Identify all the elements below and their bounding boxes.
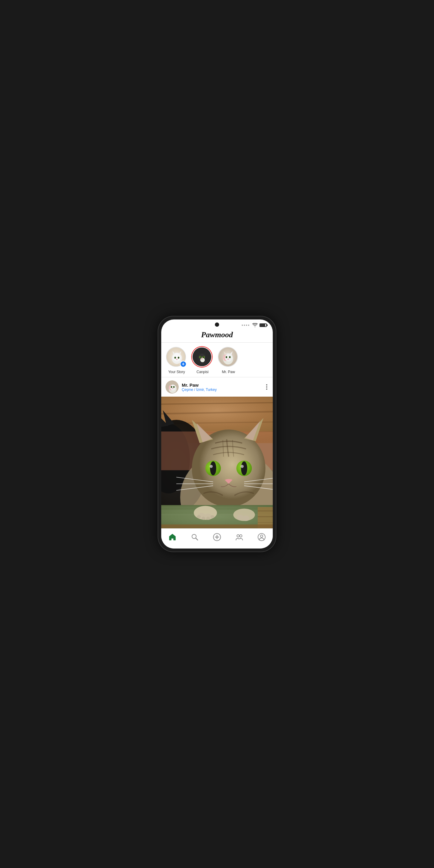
nav-profile[interactable]	[254, 532, 270, 542]
svg-point-84	[243, 516, 250, 521]
story-item-your-story[interactable]: + Your Story	[166, 347, 187, 374]
nav-friends[interactable]	[231, 532, 247, 542]
nav-home[interactable]	[164, 532, 180, 542]
post-location: Çeşme / İzmir, Turkey	[182, 388, 262, 392]
svg-point-9	[176, 359, 178, 360]
svg-point-6	[175, 357, 176, 359]
svg-point-80	[206, 517, 210, 520]
svg-rect-89	[161, 524, 273, 528]
svg-point-20	[201, 358, 203, 360]
phone-screen: Pawmood	[161, 319, 273, 549]
svg-point-13	[200, 358, 205, 362]
post-username: Mr. Paw	[182, 382, 262, 388]
story-item-mr-paw[interactable]: Mr. Paw	[218, 347, 239, 374]
signal-dots	[242, 324, 249, 326]
story-item-canpisi[interactable]: Canpisi	[192, 347, 213, 374]
post-image	[161, 397, 273, 528]
svg-point-8	[178, 357, 179, 359]
nav-add[interactable]	[209, 532, 225, 542]
add-story-badge[interactable]: +	[180, 361, 187, 367]
svg-point-2	[173, 353, 181, 362]
svg-point-37	[171, 386, 172, 388]
friends-icon	[235, 533, 244, 541]
svg-point-63	[241, 465, 244, 468]
stories-row: + Your Story	[161, 343, 273, 377]
story-avatar-wrap-your-story: +	[166, 347, 187, 368]
svg-point-96	[240, 535, 242, 537]
canpisi-cat-image	[193, 347, 211, 366]
home-icon	[168, 533, 177, 541]
story-label-canpisi: Canpisi	[196, 370, 209, 374]
add-icon	[213, 533, 221, 541]
svg-point-19	[203, 356, 204, 358]
story-label-your-story: Your Story	[168, 370, 185, 374]
svg-point-62	[241, 461, 247, 475]
post-avatar	[165, 380, 179, 394]
svg-point-83	[237, 515, 244, 520]
story-avatar-canpisi	[192, 347, 212, 367]
app-header: Pawmood	[161, 329, 273, 343]
story-avatar-wrap-canpisi	[192, 347, 213, 368]
svg-point-98	[260, 535, 263, 537]
mrpaw-cat-image	[218, 347, 237, 366]
story-avatar-wrap-mr-paw	[218, 347, 239, 368]
svg-point-81	[210, 515, 214, 518]
svg-point-17	[200, 356, 201, 358]
nav-search[interactable]	[187, 532, 203, 542]
svg-point-60	[210, 465, 213, 468]
post-user-info: Mr. Paw Çeşme / İzmir, Turkey	[182, 382, 262, 392]
battery-icon	[259, 323, 267, 327]
wifi-icon	[252, 323, 258, 327]
camera-notch	[215, 322, 219, 327]
svg-point-28	[226, 356, 227, 358]
svg-point-59	[210, 461, 216, 475]
svg-point-40	[172, 388, 173, 389]
story-label-mr-paw: Mr. Paw	[222, 370, 235, 374]
svg-point-39	[174, 386, 174, 388]
svg-point-79	[202, 517, 206, 520]
story-avatar-mr-paw	[218, 347, 238, 367]
post-menu-button[interactable]	[265, 383, 269, 391]
bottom-nav	[161, 528, 273, 549]
post-header: Mr. Paw Çeşme / İzmir, Turkey	[161, 377, 273, 397]
svg-point-30	[229, 356, 230, 358]
cat-photo	[161, 397, 273, 528]
search-icon	[190, 533, 199, 541]
svg-point-31	[227, 359, 229, 360]
profile-icon	[257, 533, 266, 541]
phone-frame: Pawmood	[158, 316, 276, 552]
svg-point-95	[237, 535, 239, 537]
svg-line-91	[196, 538, 198, 540]
svg-point-78	[197, 515, 201, 518]
app-title: Pawmood	[161, 330, 273, 339]
